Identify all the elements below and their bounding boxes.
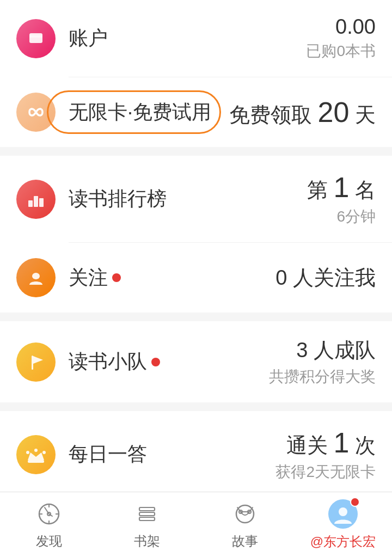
bookshelf-icon	[133, 500, 161, 528]
account-right: 0.00 已购0本书	[306, 15, 376, 62]
nav-label-profile: @东方长宏	[310, 533, 376, 550]
story-icon	[231, 500, 259, 528]
section-divider-2	[0, 313, 392, 321]
main-content: 账户 0.00 已购0本书 无限卡·免费试用 免费领取 20	[0, 0, 392, 557]
squad-value: 3 人成队	[269, 336, 376, 364]
svg-rect-1	[29, 35, 42, 38]
svg-point-5	[32, 273, 40, 279]
unlimited-right: 免费领取 20 天	[229, 96, 376, 129]
daily-section: 每日一答 通关 1 次 获得2天无限卡	[0, 411, 392, 498]
daily-icon	[16, 435, 56, 474]
follow-icon	[16, 258, 56, 297]
svg-rect-2	[28, 200, 33, 207]
svg-point-11	[34, 449, 38, 452]
bottom-nav: 发现 书架 故事	[0, 492, 392, 557]
svg-line-19	[45, 507, 49, 514]
ranking-label: 读书排行榜	[69, 186, 167, 212]
daily-menu-item[interactable]: 每日一答 通关 1 次 获得2天无限卡	[0, 411, 392, 498]
ranking-value: 第 1 名	[307, 171, 376, 204]
svg-point-10	[26, 451, 29, 454]
squad-label: 读书小队	[69, 348, 147, 375]
ranking-menu-item[interactable]: 读书排行榜 第 1 名 6分钟	[0, 156, 392, 242]
follow-dot	[112, 273, 121, 282]
svg-rect-21	[139, 507, 155, 511]
account-section: 账户 0.00 已购0本书	[0, 0, 392, 77]
svg-marker-8	[28, 452, 44, 460]
nav-label-bookshelf: 书架	[134, 532, 160, 550]
svg-point-24	[236, 505, 254, 523]
svg-point-12	[42, 451, 46, 454]
nav-item-discover[interactable]: 发现	[0, 500, 98, 550]
follow-right: 0 人关注我	[275, 264, 376, 292]
squad-right: 3 人成队 共攒积分得大奖	[269, 336, 376, 387]
daily-label: 每日一答	[69, 441, 147, 468]
ranking-sub: 6分钟	[307, 206, 376, 227]
svg-rect-6	[32, 356, 33, 370]
squad-icon	[16, 342, 56, 382]
ranking-right: 第 1 名 6分钟	[307, 171, 376, 227]
svg-rect-9	[28, 460, 44, 463]
follow-menu-item[interactable]: 关注 0 人关注我	[0, 243, 392, 313]
ranking-icon	[16, 180, 56, 219]
svg-rect-4	[39, 198, 44, 207]
squad-menu-item[interactable]: 读书小队 3 人成队 共攒积分得大奖	[0, 321, 392, 402]
section-divider-3	[0, 402, 392, 411]
daily-value: 通关 1 次	[275, 426, 376, 460]
svg-marker-7	[33, 356, 43, 364]
nav-label-discover: 发现	[36, 532, 62, 550]
svg-point-31	[339, 507, 347, 516]
squad-sub: 共攒积分得大奖	[269, 366, 376, 387]
unlimited-icon	[16, 93, 56, 132]
nav-item-profile[interactable]: @东方长宏	[294, 499, 392, 550]
daily-sub: 获得2天无限卡	[275, 462, 376, 482]
unlimited-label: 无限卡·免费试用	[69, 99, 211, 126]
svg-rect-22	[139, 512, 155, 516]
squad-dot	[151, 358, 160, 366]
daily-right: 通关 1 次 获得2天无限卡	[275, 426, 376, 482]
follow-value: 0 人关注我	[275, 264, 376, 292]
account-icon	[16, 19, 56, 58]
unlimited-value: 免费领取 20 天	[229, 96, 376, 129]
nav-item-story[interactable]: 故事	[196, 500, 294, 550]
discover-icon	[35, 500, 63, 528]
follow-label: 关注	[69, 265, 108, 291]
account-label: 账户	[69, 25, 108, 52]
squad-section: 读书小队 3 人成队 共攒积分得大奖	[0, 321, 392, 402]
nav-item-bookshelf[interactable]: 书架	[98, 500, 196, 550]
ranking-section: 读书排行榜 第 1 名 6分钟	[0, 156, 392, 243]
nav-label-story: 故事	[232, 532, 258, 550]
svg-rect-23	[139, 517, 155, 521]
unlimited-section: 无限卡·免费试用 免费领取 20 天	[0, 77, 392, 147]
account-menu-item[interactable]: 账户 0.00 已购0本书	[0, 0, 392, 77]
svg-rect-0	[29, 33, 42, 43]
profile-notification-dot	[350, 497, 360, 507]
section-divider-1	[0, 147, 392, 156]
account-value: 0.00	[306, 15, 376, 39]
account-sub: 已购0本书	[306, 41, 376, 62]
svg-rect-3	[34, 196, 38, 207]
follow-section: 关注 0 人关注我	[0, 243, 392, 313]
unlimited-menu-item[interactable]: 无限卡·免费试用 免费领取 20 天	[0, 77, 392, 147]
